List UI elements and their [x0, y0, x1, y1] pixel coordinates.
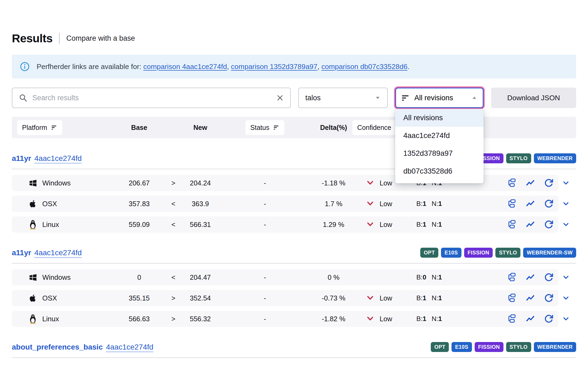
subtests-tree-button[interactable]	[506, 219, 518, 230]
delta-value: -0.73 %	[308, 294, 359, 302]
revision-link[interactable]: 4aac1ce274fd	[34, 154, 82, 163]
tag-badge: FISSION	[464, 248, 493, 258]
revision-option[interactable]: db07c33528d6	[395, 162, 484, 180]
subtests-tree-button[interactable]	[506, 177, 518, 189]
revisions-selected-value: All revisions	[414, 94, 467, 102]
search-input[interactable]	[32, 94, 271, 102]
page-subtitle: Compare with a base	[66, 34, 135, 43]
runs-base-label: B:	[416, 274, 423, 281]
result-row: Windows 206.67 > 204.24 - -1.18 % Low B:…	[12, 175, 576, 191]
runs-base-value: 1	[423, 221, 426, 228]
info-icon	[20, 62, 30, 71]
graph-link-button[interactable]	[524, 292, 536, 304]
comparison-link[interactable]: comparison 1352d3789a97	[231, 63, 317, 71]
graph-link-button[interactable]	[524, 198, 536, 210]
base-value: 559.09	[110, 221, 168, 229]
confidence-down-icon	[366, 294, 374, 302]
confidence-value: Low	[380, 221, 392, 229]
framework-select[interactable]: talos	[298, 88, 388, 108]
subtests-tree-button[interactable]	[506, 198, 518, 210]
delta-value: 1.7 %	[308, 200, 359, 208]
graph-link-button[interactable]	[524, 219, 536, 230]
test-section: a11yr 4aac1ce274fd OPT E10S FISSION STYL…	[12, 153, 576, 233]
filter-icon	[273, 124, 279, 131]
expand-row-button[interactable]	[558, 311, 573, 327]
expand-row-button[interactable]	[558, 269, 573, 285]
retrigger-button[interactable]	[543, 219, 555, 230]
confidence-value: Low	[380, 315, 392, 323]
tag-list: OPT E10S FISSION STYLO WEBRENDER	[431, 342, 576, 352]
retrigger-button[interactable]	[543, 177, 555, 189]
base-value: 206.67	[110, 179, 168, 187]
tag-badge: STYLO	[506, 342, 531, 352]
runs-new-label: N:	[432, 221, 438, 228]
status-value: -	[222, 221, 308, 229]
confidence-value: Low	[380, 294, 392, 302]
test-section: about_preferences_basic 4aac1ce274fd OPT…	[12, 342, 576, 364]
revisions-filter-button[interactable]: All revisions	[395, 88, 484, 108]
confidence-down-icon	[366, 179, 374, 187]
expand-row-button[interactable]	[558, 196, 573, 212]
comparison-sign: <	[168, 221, 179, 229]
revision-option[interactable]: 1352d3789a97	[395, 144, 484, 162]
search-icon	[19, 94, 27, 102]
tag-badge: WEBRENDER	[534, 153, 576, 163]
comparison-sign: <	[168, 200, 179, 208]
subtests-tree-button[interactable]	[506, 313, 518, 325]
status-value: -	[222, 294, 308, 302]
revision-option[interactable]: All revisions	[395, 109, 484, 127]
windows-logo-icon	[27, 273, 38, 282]
tag-badge: FISSION	[475, 342, 503, 352]
comparison-sign: >	[168, 315, 179, 323]
section-divider	[12, 263, 576, 264]
retrigger-button[interactable]	[543, 292, 555, 304]
filter-icon	[51, 124, 57, 131]
revision-option[interactable]: 4aac1ce274fd	[395, 127, 484, 144]
status-value: -	[222, 315, 308, 323]
platform-label: Windows	[42, 179, 71, 187]
download-json-button[interactable]: Download JSON	[491, 88, 576, 108]
runs-new-value: 1	[438, 221, 442, 228]
base-value: 566.63	[110, 315, 168, 323]
revision-link[interactable]: 4aac1ce274fd	[106, 343, 153, 351]
platform-header-label: Platform	[22, 124, 47, 132]
expand-row-button[interactable]	[558, 175, 573, 191]
status-filter-button[interactable]: Status	[246, 120, 285, 135]
graph-link-button[interactable]	[524, 313, 536, 325]
revision-link[interactable]: 4aac1ce274fd	[34, 248, 82, 257]
platform-filter-button[interactable]: Platform	[17, 120, 62, 135]
comparison-link[interactable]: comparison db07c33528d6	[321, 63, 408, 71]
osx-logo-icon	[27, 293, 38, 303]
filter-lines-icon	[401, 94, 410, 102]
linux-logo-icon	[27, 314, 38, 324]
expand-row-button[interactable]	[558, 290, 573, 306]
tag-badge: STYLO	[506, 153, 531, 163]
tag-badge: OPT	[420, 248, 438, 258]
retrigger-button[interactable]	[543, 271, 555, 283]
expand-row-button[interactable]	[558, 216, 573, 233]
retrigger-button[interactable]	[543, 198, 555, 210]
subtests-tree-button[interactable]	[506, 271, 518, 283]
subtests-tree-button[interactable]	[506, 292, 518, 304]
result-row: Linux 559.09 < 566.31 - 1.29 % Low B:1 N…	[12, 216, 576, 233]
runs-new-label: N:	[432, 294, 438, 302]
retrigger-button[interactable]	[543, 313, 555, 325]
status-value: -	[222, 200, 308, 208]
confidence-down-icon	[366, 315, 374, 323]
graph-link-button[interactable]	[524, 271, 536, 283]
runs-new-label: N:	[432, 200, 438, 207]
new-value: 204.47	[179, 274, 222, 281]
delta-value: -1.18 %	[308, 179, 359, 187]
new-value: 363.9	[179, 200, 222, 208]
clear-search-icon[interactable]	[276, 94, 284, 102]
graph-link-button[interactable]	[524, 177, 536, 189]
new-header-label: New	[179, 124, 222, 132]
new-value: 352.54	[179, 294, 222, 302]
runs-count: B:0 N:1	[410, 274, 470, 281]
comparison-link[interactable]: comparison 4aac1ce274fd	[143, 63, 227, 71]
comparison-sign: >	[168, 294, 179, 302]
result-row: OSX 355.15 > 352.54 - -0.73 % Low B:1 N:…	[12, 290, 576, 306]
delta-value: -1.82 %	[308, 315, 359, 323]
page-title: Results	[12, 32, 52, 45]
runs-base-value: 1	[423, 200, 426, 207]
